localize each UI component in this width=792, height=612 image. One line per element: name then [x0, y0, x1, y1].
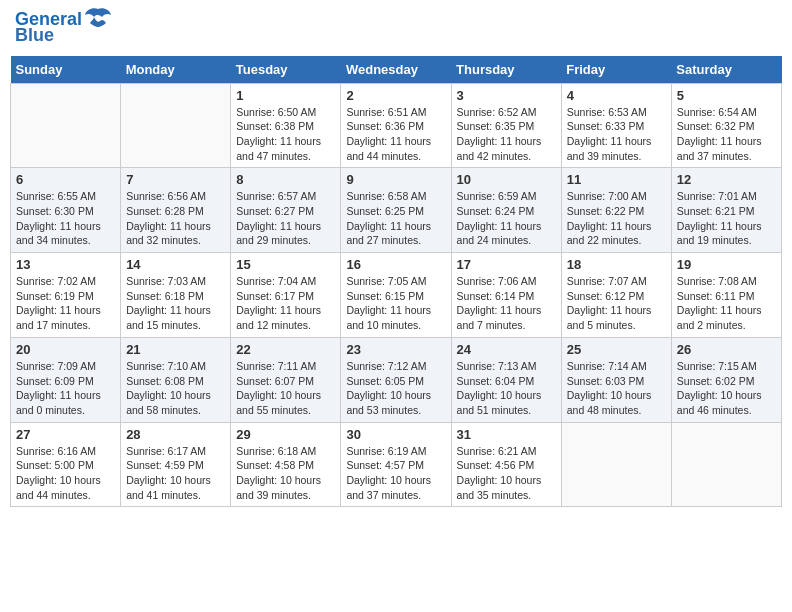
calendar-cell: 25Sunrise: 7:14 AM Sunset: 6:03 PM Dayli… [561, 337, 671, 422]
calendar-week-row: 6Sunrise: 6:55 AM Sunset: 6:30 PM Daylig… [11, 168, 782, 253]
calendar-table: SundayMondayTuesdayWednesdayThursdayFrid… [10, 56, 782, 508]
day-info: Sunrise: 6:50 AM Sunset: 6:38 PM Dayligh… [236, 105, 335, 164]
day-number: 3 [457, 88, 556, 103]
calendar-cell: 22Sunrise: 7:11 AM Sunset: 6:07 PM Dayli… [231, 337, 341, 422]
day-info: Sunrise: 6:52 AM Sunset: 6:35 PM Dayligh… [457, 105, 556, 164]
day-number: 22 [236, 342, 335, 357]
weekday-header-tuesday: Tuesday [231, 56, 341, 84]
day-number: 1 [236, 88, 335, 103]
calendar-cell: 17Sunrise: 7:06 AM Sunset: 6:14 PM Dayli… [451, 253, 561, 338]
logo: General Blue [15, 10, 112, 46]
day-number: 31 [457, 427, 556, 442]
day-number: 20 [16, 342, 115, 357]
day-number: 21 [126, 342, 225, 357]
calendar-cell: 31Sunrise: 6:21 AM Sunset: 4:56 PM Dayli… [451, 422, 561, 507]
day-info: Sunrise: 6:19 AM Sunset: 4:57 PM Dayligh… [346, 444, 445, 503]
calendar-week-row: 1Sunrise: 6:50 AM Sunset: 6:38 PM Daylig… [11, 83, 782, 168]
day-number: 7 [126, 172, 225, 187]
calendar-cell: 28Sunrise: 6:17 AM Sunset: 4:59 PM Dayli… [121, 422, 231, 507]
page-header: General Blue [10, 10, 782, 46]
calendar-cell: 15Sunrise: 7:04 AM Sunset: 6:17 PM Dayli… [231, 253, 341, 338]
day-info: Sunrise: 7:07 AM Sunset: 6:12 PM Dayligh… [567, 274, 666, 333]
weekday-header-sunday: Sunday [11, 56, 121, 84]
day-number: 2 [346, 88, 445, 103]
calendar-cell: 3Sunrise: 6:52 AM Sunset: 6:35 PM Daylig… [451, 83, 561, 168]
day-info: Sunrise: 7:12 AM Sunset: 6:05 PM Dayligh… [346, 359, 445, 418]
day-number: 4 [567, 88, 666, 103]
calendar-cell: 5Sunrise: 6:54 AM Sunset: 6:32 PM Daylig… [671, 83, 781, 168]
day-number: 6 [16, 172, 115, 187]
day-info: Sunrise: 7:06 AM Sunset: 6:14 PM Dayligh… [457, 274, 556, 333]
day-number: 11 [567, 172, 666, 187]
calendar-week-row: 13Sunrise: 7:02 AM Sunset: 6:19 PM Dayli… [11, 253, 782, 338]
calendar-cell: 29Sunrise: 6:18 AM Sunset: 4:58 PM Dayli… [231, 422, 341, 507]
day-number: 28 [126, 427, 225, 442]
calendar-cell: 26Sunrise: 7:15 AM Sunset: 6:02 PM Dayli… [671, 337, 781, 422]
day-info: Sunrise: 7:04 AM Sunset: 6:17 PM Dayligh… [236, 274, 335, 333]
weekday-header-saturday: Saturday [671, 56, 781, 84]
day-number: 25 [567, 342, 666, 357]
calendar-cell: 8Sunrise: 6:57 AM Sunset: 6:27 PM Daylig… [231, 168, 341, 253]
day-info: Sunrise: 6:21 AM Sunset: 4:56 PM Dayligh… [457, 444, 556, 503]
day-info: Sunrise: 6:17 AM Sunset: 4:59 PM Dayligh… [126, 444, 225, 503]
day-info: Sunrise: 6:57 AM Sunset: 6:27 PM Dayligh… [236, 189, 335, 248]
day-number: 29 [236, 427, 335, 442]
weekday-header-wednesday: Wednesday [341, 56, 451, 84]
logo-bird-icon [84, 7, 112, 29]
day-info: Sunrise: 6:54 AM Sunset: 6:32 PM Dayligh… [677, 105, 776, 164]
calendar-cell: 11Sunrise: 7:00 AM Sunset: 6:22 PM Dayli… [561, 168, 671, 253]
calendar-cell [11, 83, 121, 168]
calendar-cell: 20Sunrise: 7:09 AM Sunset: 6:09 PM Dayli… [11, 337, 121, 422]
day-info: Sunrise: 7:02 AM Sunset: 6:19 PM Dayligh… [16, 274, 115, 333]
calendar-cell: 2Sunrise: 6:51 AM Sunset: 6:36 PM Daylig… [341, 83, 451, 168]
calendar-cell: 21Sunrise: 7:10 AM Sunset: 6:08 PM Dayli… [121, 337, 231, 422]
day-number: 24 [457, 342, 556, 357]
day-number: 19 [677, 257, 776, 272]
day-info: Sunrise: 7:11 AM Sunset: 6:07 PM Dayligh… [236, 359, 335, 418]
day-number: 26 [677, 342, 776, 357]
calendar-cell: 4Sunrise: 6:53 AM Sunset: 6:33 PM Daylig… [561, 83, 671, 168]
day-info: Sunrise: 7:10 AM Sunset: 6:08 PM Dayligh… [126, 359, 225, 418]
day-info: Sunrise: 6:55 AM Sunset: 6:30 PM Dayligh… [16, 189, 115, 248]
day-number: 9 [346, 172, 445, 187]
day-number: 8 [236, 172, 335, 187]
day-number: 5 [677, 88, 776, 103]
day-info: Sunrise: 6:18 AM Sunset: 4:58 PM Dayligh… [236, 444, 335, 503]
day-info: Sunrise: 6:53 AM Sunset: 6:33 PM Dayligh… [567, 105, 666, 164]
calendar-cell: 6Sunrise: 6:55 AM Sunset: 6:30 PM Daylig… [11, 168, 121, 253]
calendar-cell: 19Sunrise: 7:08 AM Sunset: 6:11 PM Dayli… [671, 253, 781, 338]
day-number: 13 [16, 257, 115, 272]
day-info: Sunrise: 7:01 AM Sunset: 6:21 PM Dayligh… [677, 189, 776, 248]
calendar-cell: 1Sunrise: 6:50 AM Sunset: 6:38 PM Daylig… [231, 83, 341, 168]
calendar-cell: 10Sunrise: 6:59 AM Sunset: 6:24 PM Dayli… [451, 168, 561, 253]
day-number: 27 [16, 427, 115, 442]
weekday-header-row: SundayMondayTuesdayWednesdayThursdayFrid… [11, 56, 782, 84]
weekday-header-thursday: Thursday [451, 56, 561, 84]
day-info: Sunrise: 7:08 AM Sunset: 6:11 PM Dayligh… [677, 274, 776, 333]
calendar-cell: 7Sunrise: 6:56 AM Sunset: 6:28 PM Daylig… [121, 168, 231, 253]
calendar-week-row: 20Sunrise: 7:09 AM Sunset: 6:09 PM Dayli… [11, 337, 782, 422]
day-number: 10 [457, 172, 556, 187]
day-info: Sunrise: 7:03 AM Sunset: 6:18 PM Dayligh… [126, 274, 225, 333]
calendar-cell [561, 422, 671, 507]
day-info: Sunrise: 7:15 AM Sunset: 6:02 PM Dayligh… [677, 359, 776, 418]
day-number: 12 [677, 172, 776, 187]
day-info: Sunrise: 6:58 AM Sunset: 6:25 PM Dayligh… [346, 189, 445, 248]
calendar-cell: 24Sunrise: 7:13 AM Sunset: 6:04 PM Dayli… [451, 337, 561, 422]
calendar-cell: 30Sunrise: 6:19 AM Sunset: 4:57 PM Dayli… [341, 422, 451, 507]
weekday-header-friday: Friday [561, 56, 671, 84]
calendar-cell [121, 83, 231, 168]
calendar-cell: 23Sunrise: 7:12 AM Sunset: 6:05 PM Dayli… [341, 337, 451, 422]
day-number: 14 [126, 257, 225, 272]
day-info: Sunrise: 7:09 AM Sunset: 6:09 PM Dayligh… [16, 359, 115, 418]
calendar-cell: 16Sunrise: 7:05 AM Sunset: 6:15 PM Dayli… [341, 253, 451, 338]
day-info: Sunrise: 7:05 AM Sunset: 6:15 PM Dayligh… [346, 274, 445, 333]
calendar-cell: 27Sunrise: 6:16 AM Sunset: 5:00 PM Dayli… [11, 422, 121, 507]
day-info: Sunrise: 7:00 AM Sunset: 6:22 PM Dayligh… [567, 189, 666, 248]
calendar-week-row: 27Sunrise: 6:16 AM Sunset: 5:00 PM Dayli… [11, 422, 782, 507]
day-number: 15 [236, 257, 335, 272]
day-info: Sunrise: 7:13 AM Sunset: 6:04 PM Dayligh… [457, 359, 556, 418]
day-number: 23 [346, 342, 445, 357]
day-number: 18 [567, 257, 666, 272]
day-number: 30 [346, 427, 445, 442]
